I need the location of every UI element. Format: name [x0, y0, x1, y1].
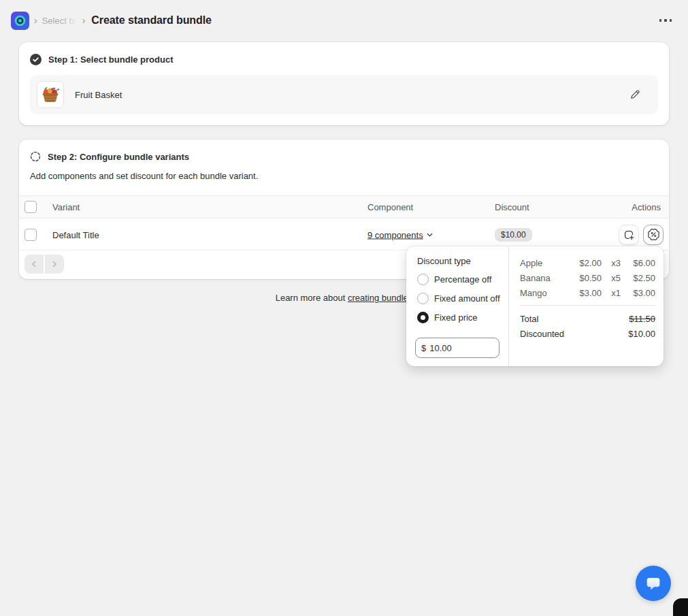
- column-header-actions: Actions: [632, 202, 661, 212]
- dot-icon: [659, 19, 662, 22]
- logo-ring-icon: [14, 14, 27, 27]
- components-link[interactable]: 9 components: [367, 229, 433, 240]
- dot-icon: [670, 19, 672, 22]
- step1-card: Step 1: Select bundle product Fruit Bask…: [19, 42, 669, 125]
- item-name: Apple: [520, 258, 565, 268]
- radio-icon[interactable]: [417, 274, 429, 285]
- total-row: Total $11.50: [520, 311, 655, 326]
- pagination-prev-button[interactable]: [24, 255, 44, 274]
- dot-icon: [664, 19, 667, 22]
- product-thumbnail: [37, 81, 64, 108]
- breakdown-row: Banana $0.50 x5 $2.50: [520, 270, 655, 285]
- chevron-right-icon: [50, 260, 59, 268]
- discount-popover: Discount type Percentage off Fixed amoun…: [406, 246, 664, 366]
- item-qty: x1: [602, 288, 621, 298]
- discount-seal-icon: [647, 228, 660, 241]
- components-link-label: 9 components: [367, 229, 423, 240]
- column-header-variant: Variant: [52, 202, 80, 212]
- currency-prefix: $: [421, 343, 426, 353]
- discount-type-heading: Discount type: [417, 256, 499, 266]
- step2-title: Step 2: Configure bundle variants: [48, 152, 189, 162]
- radio-label: Percentage off: [434, 274, 491, 285]
- item-line-total: $6.00: [621, 258, 655, 268]
- fixed-price-field: $: [415, 338, 499, 358]
- chat-bubble-icon: [643, 573, 664, 594]
- item-line-total: $2.50: [621, 273, 655, 283]
- creating-bundles-link[interactable]: creating bundles: [348, 293, 412, 303]
- radio-icon-selected[interactable]: [417, 312, 429, 323]
- overflow-menu-button[interactable]: [654, 12, 677, 29]
- top-bar: › Select bu › Create standard bundle: [0, 0, 688, 41]
- page-title: Create standard bundle: [91, 14, 212, 27]
- item-price: $0.50: [565, 273, 602, 283]
- dashed-circle-icon: [30, 151, 41, 162]
- radio-label: Fixed price: [434, 312, 478, 323]
- discounted-label: Discounted: [520, 329, 564, 339]
- selected-product-box: Fruit Basket: [30, 75, 658, 114]
- add-component-button[interactable]: [619, 225, 639, 245]
- column-header-component: Component: [367, 202, 413, 212]
- radio-icon[interactable]: [417, 293, 429, 304]
- radio-label: Fixed amount off: [434, 293, 500, 304]
- fruit-basket-image: [39, 83, 62, 106]
- column-header-discount: Discount: [495, 202, 529, 212]
- item-name: Banana: [520, 273, 565, 283]
- variants-table-header: Variant Component Discount Actions: [19, 195, 669, 218]
- item-name: Mango: [520, 288, 565, 298]
- breadcrumb-separator-icon: ›: [82, 15, 86, 26]
- app-logo-icon[interactable]: [11, 12, 29, 30]
- step2-description: Add components and set discount for each…: [30, 171, 258, 181]
- discount-type-panel: Discount type Percentage off Fixed amoun…: [406, 246, 509, 366]
- radio-option-fixed-amount-off[interactable]: Fixed amount off: [417, 292, 499, 304]
- select-all-checkbox[interactable]: [24, 201, 37, 213]
- corner-widget-fragment: [673, 598, 688, 616]
- price-breakdown-panel: Apple $2.00 x3 $6.00 Banana $0.50 x5 $2.…: [509, 246, 664, 366]
- edit-product-button[interactable]: [624, 84, 646, 106]
- item-qty: x3: [602, 258, 621, 268]
- radio-option-fixed-price[interactable]: Fixed price: [417, 311, 499, 323]
- row-actions: [619, 225, 664, 245]
- row-checkbox[interactable]: [24, 229, 37, 241]
- check-circle-icon: [30, 54, 42, 65]
- breadcrumb-parent[interactable]: Select bu: [42, 16, 78, 26]
- breakdown-row: Apple $2.00 x3 $6.00: [520, 255, 655, 270]
- breakdown-row: Mango $3.00 x1 $3.00: [520, 285, 655, 300]
- chevron-left-icon: [30, 260, 38, 268]
- page: › Select bu › Create standard bundle Ste…: [0, 0, 688, 616]
- product-name: Fruit Basket: [75, 90, 122, 100]
- item-qty: x5: [602, 273, 621, 283]
- item-price: $2.00: [565, 258, 602, 268]
- pagination-next-button[interactable]: [45, 255, 64, 274]
- chevron-down-icon: [426, 231, 433, 238]
- step1-title: Step 1: Select bundle product: [48, 54, 173, 65]
- breakdown-divider: [520, 305, 655, 306]
- learn-more-prefix: Learn more about: [276, 293, 348, 303]
- chat-widget-button[interactable]: [636, 566, 671, 601]
- variant-name: Default Title: [52, 229, 99, 240]
- component-add-icon: [623, 229, 635, 241]
- breadcrumb-separator-icon: ›: [34, 15, 37, 26]
- item-line-total: $3.00: [621, 288, 655, 298]
- step2-header: Step 2: Configure bundle variants: [30, 151, 189, 162]
- discount-settings-button[interactable]: [643, 225, 664, 245]
- discount-badge: $10.00: [495, 228, 532, 242]
- pencil-icon: [629, 88, 641, 101]
- discounted-value: $10.00: [628, 329, 655, 339]
- radio-option-percentage-off[interactable]: Percentage off: [417, 273, 499, 285]
- total-value: $11.50: [629, 314, 655, 324]
- pagination: [24, 255, 64, 274]
- discounted-row: Discounted $10.00: [520, 326, 655, 341]
- step1-header: Step 1: Select bundle product: [30, 54, 173, 65]
- item-price: $3.00: [565, 288, 602, 298]
- fixed-price-input[interactable]: [429, 343, 477, 353]
- total-label: Total: [520, 314, 538, 324]
